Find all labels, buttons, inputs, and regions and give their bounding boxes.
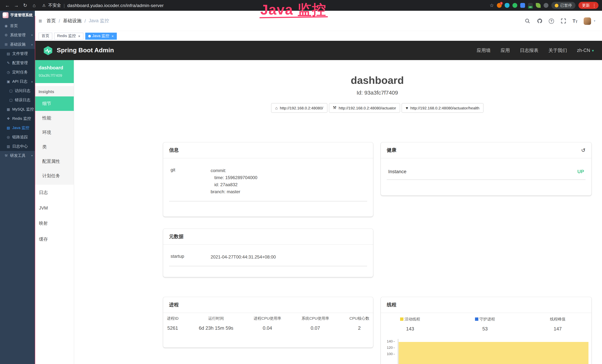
sidebar-item-home[interactable]: ◉ 首页	[0, 21, 35, 30]
bookmark-star-icon[interactable]: ☆	[490, 3, 494, 8]
instance-id-line: Id: 93a3fc7f7409	[163, 89, 591, 96]
threads-legend: 活动线程 143 守护进程	[381, 313, 591, 332]
avatar-caret-icon[interactable]: ▾	[594, 19, 595, 23]
sba-item-metrics[interactable]: 性能	[35, 111, 74, 125]
infra-icon: ⊞	[4, 42, 8, 46]
content-container: dashboard Id: 93a3fc7f7409 ⌂ http://192.…	[163, 60, 591, 364]
mysql-icon: ▦	[6, 107, 10, 111]
chart-plot-area	[398, 339, 589, 364]
tab-home[interactable]: 首页	[39, 32, 52, 40]
sidebar-item-system[interactable]: ⚙ 系统管理 ▾	[0, 30, 35, 40]
active-dot	[88, 35, 91, 37]
sidebar-item-config[interactable]: ✎ 配置管理	[0, 58, 35, 67]
browser-home-icon[interactable]: ⌂	[30, 3, 38, 8]
sidebar-item-mysql[interactable]: ▦ MySQL 监控	[0, 105, 35, 114]
hamburger-icon[interactable]: ≡	[39, 18, 42, 24]
sba-item-classes[interactable]: 类	[35, 140, 74, 154]
sba-nav-about[interactable]: 关于我们	[548, 47, 567, 54]
browser-back-icon[interactable]: ←	[4, 3, 11, 8]
header-actions: ? TT ▾	[524, 17, 595, 25]
legend-live-threads: 活动线程 143	[400, 317, 420, 332]
sba-nav-applications[interactable]: 应用	[501, 47, 510, 54]
sba-item-details[interactable]: 细节	[35, 96, 74, 111]
browser-forward-icon[interactable]: →	[13, 3, 20, 8]
insights-label: Insights	[35, 86, 74, 96]
github-icon[interactable]	[537, 18, 542, 24]
tab-java-monitor[interactable]: Java 监控 ×	[85, 32, 117, 40]
health-card: 健康 ↺ Instance UP	[381, 142, 591, 195]
annotation-title: Java 监控	[260, 0, 326, 19]
sba-nav-wallboard[interactable]: 应用墙	[477, 47, 491, 54]
threads-chart: 140 120 100	[398, 339, 589, 364]
security-label[interactable]: 不安全	[48, 3, 61, 8]
page-url[interactable]: dashboard.yudao.iocoder.cn/infra/admin-s…	[67, 3, 164, 8]
paused-badge[interactable]: 已暂停	[551, 2, 575, 9]
actuator-url-button[interactable]: ⚒ http://192.168.0.2:48080/actuator	[329, 103, 400, 113]
browser-reload-icon[interactable]: ↻	[22, 3, 29, 8]
sidebar-item-java-monitor[interactable]: ▧ Java 监控	[0, 123, 35, 132]
sba-item-environment[interactable]: 环境	[35, 125, 74, 140]
smiley-icon	[555, 3, 559, 7]
legend-swatch	[400, 318, 403, 321]
page-title: dashboard	[163, 75, 591, 86]
app-logo-row[interactable]: 芋道管理系统	[0, 11, 35, 18]
breadcrumb: 首页 / 基础设施 / Java 监控	[46, 18, 109, 24]
sba-item-mappings[interactable]: 映射	[35, 215, 74, 231]
browser-extensions: ☆ 1 on 已暂停 更新 ⋮	[490, 2, 598, 9]
font-size-icon[interactable]: TT	[572, 18, 578, 24]
health-card-title: 健康	[387, 147, 396, 153]
metadata-card-title: 元数据	[163, 229, 373, 245]
sidebar-item-dev-tools[interactable]: ⚒ 研发工具 ▾	[0, 151, 35, 160]
sidebar-item-error-log[interactable]: ▢ 错误日志	[0, 95, 35, 105]
browser-extension-icon[interactable]: 1	[497, 3, 502, 8]
sba-item-jvm[interactable]: JVM	[35, 201, 74, 215]
sidebar-item-infra[interactable]: ⊞ 基础设施 ▴	[0, 40, 35, 49]
sidebar-item-access-log[interactable]: ▢ 访问日志	[0, 86, 35, 95]
sba-item-logs[interactable]: 日志	[35, 185, 74, 201]
breadcrumb-infra[interactable]: 基础设施	[63, 18, 82, 24]
sidebar-item-log-center[interactable]: ▥ 日志中心	[0, 142, 35, 151]
sba-brand-title[interactable]: Spring Boot Admin	[57, 47, 114, 54]
browser-menu-icon[interactable]: ⋮	[592, 3, 596, 8]
close-icon[interactable]: ×	[111, 34, 114, 38]
sba-item-caches[interactable]: 缓存	[35, 231, 74, 247]
sba-nav-journal[interactable]: 日志报表	[520, 47, 538, 54]
sba-item-scheduled-tasks[interactable]: 计划任务	[35, 169, 74, 183]
browser-extension-icon[interactable]	[544, 3, 548, 8]
close-icon[interactable]: ×	[78, 34, 80, 38]
trace-icon: ◎	[6, 135, 10, 139]
browser-update-button[interactable]: 更新 ⋮	[578, 2, 598, 9]
health-icon: ♥	[406, 106, 408, 110]
help-icon[interactable]: ?	[549, 18, 554, 23]
search-icon[interactable]	[524, 18, 530, 24]
chevron-up-icon: ▴	[31, 80, 33, 83]
sidebar-item-job[interactable]: ◷ 定时任务	[0, 67, 35, 77]
browser-extension-icon[interactable]	[536, 3, 541, 8]
service-url-button[interactable]: ⌂ http://192.168.0.2:48080/	[271, 103, 327, 113]
info-git-row: git commit: time: 1596289704000 id: 27aa…	[169, 163, 367, 201]
browser-extension-icon[interactable]	[512, 3, 517, 8]
sidebar-item-redis[interactable]: ❖ Redis 监控	[0, 114, 35, 123]
browser-extension-icon[interactable]	[505, 3, 509, 8]
insights-group: Insights 细节 性能 环境 类 配置属性 计划任务	[35, 86, 74, 185]
instance-links: ⌂ http://192.168.0.2:48080/ ⚒ http://192…	[163, 103, 591, 113]
health-instance-row[interactable]: Instance UP	[387, 164, 585, 180]
browser-extension-icon[interactable]: on	[528, 3, 533, 8]
tab-redis-monitor[interactable]: Redis 监控 ×	[54, 32, 83, 40]
process-metric: 进程ID 5261	[167, 316, 179, 331]
instance-header[interactable]: dashboard 93a3fc7f7409	[35, 60, 74, 83]
locale-selector[interactable]: zh-CN ▾	[577, 48, 594, 53]
sidebar-item-api-log[interactable]: ▣ API 日志 ▴	[0, 77, 35, 86]
history-icon[interactable]: ↺	[581, 147, 585, 153]
avatar[interactable]	[584, 17, 591, 25]
fullscreen-icon[interactable]	[560, 18, 566, 24]
breadcrumb-current: Java 监控	[89, 18, 109, 24]
sba-item-config-props[interactable]: 配置属性	[35, 154, 74, 169]
breadcrumb-home[interactable]: 首页	[46, 18, 56, 24]
instance-id: 93a3fc7f7409	[39, 73, 70, 77]
browser-extension-icon[interactable]	[520, 3, 525, 8]
health-instance-label: Instance	[388, 169, 406, 174]
sidebar-item-file[interactable]: ▤ 文件管理	[0, 49, 35, 58]
health-url-button[interactable]: ♥ http://192.168.0.2:48080/actuator/heal…	[402, 103, 484, 113]
sidebar-item-trace[interactable]: ◎ 链路追踪	[0, 132, 35, 142]
